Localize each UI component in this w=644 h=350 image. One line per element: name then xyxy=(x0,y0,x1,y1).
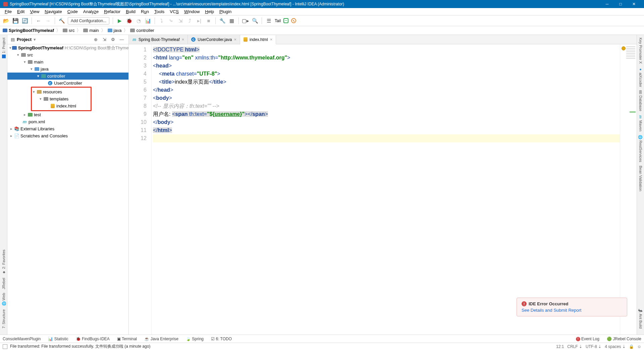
rs-rest[interactable]: 🌐 RestServices xyxy=(638,135,643,162)
sidebar-jrebel[interactable]: JRebel xyxy=(2,278,6,289)
editor[interactable]: 123456789101112 <!DOCTYPE html> <html la… xyxy=(129,44,637,335)
menu-run[interactable]: Run xyxy=(138,9,152,14)
rs-ant[interactable]: 🐜 Ant Build xyxy=(638,308,643,329)
stop-icon[interactable]: ■ xyxy=(205,17,212,24)
bc-main[interactable]: main xyxy=(83,28,99,33)
status-crlf[interactable]: CRLF ⇣ xyxy=(567,344,582,349)
wrench-icon[interactable]: 🔧 xyxy=(219,17,226,24)
rs-aixcoder[interactable]: ●aiXcoder xyxy=(639,67,643,87)
tree-resources[interactable]: ▾resources xyxy=(32,88,91,95)
bt-findbugs[interactable]: 🐞 FindBugs-IDEA xyxy=(76,337,110,341)
close-icon[interactable]: × xyxy=(182,37,184,42)
stepout-icon[interactable]: ⤴ xyxy=(186,17,193,24)
profile-icon[interactable]: 📊 xyxy=(145,17,151,24)
collapse-icon[interactable]: ⇲ xyxy=(101,36,108,43)
gear-icon[interactable]: ⚙ xyxy=(110,36,116,43)
search-icon[interactable]: 🔍 xyxy=(252,17,258,24)
status-pos[interactable]: 12:1 xyxy=(556,344,564,349)
status-enc[interactable]: UTF-8 ⇣ xyxy=(586,344,601,349)
menu-build[interactable]: Build xyxy=(123,9,138,14)
hide-icon[interactable]: — xyxy=(118,36,125,43)
close-icon[interactable]: × xyxy=(234,37,236,42)
bt-console[interactable]: ConsoleMavenPlugin xyxy=(3,337,41,341)
tab-indexhtml[interactable]: index.html× xyxy=(240,35,276,44)
bt-javaee[interactable]: ☕ Java Enterprise xyxy=(144,337,178,341)
rs-database[interactable]: 🗄 Database xyxy=(639,90,643,111)
forward-icon[interactable]: → xyxy=(45,17,51,24)
menu-tools[interactable]: Tools xyxy=(152,9,167,14)
lock-icon[interactable]: 🔒 xyxy=(629,344,634,349)
minimap[interactable] xyxy=(620,44,637,335)
status-box-icon[interactable] xyxy=(3,344,7,349)
menu-edit[interactable]: Edit xyxy=(14,9,27,14)
presentation-icon[interactable]: ▢▸ xyxy=(242,17,249,24)
menu-plugin[interactable]: Plugin xyxy=(217,9,234,14)
tree-extlib[interactable]: ▸📚External Libraries xyxy=(7,125,128,132)
save-icon[interactable]: 💾 xyxy=(12,17,19,24)
tab-springboot[interactable]: mSpring Boot-Thymeleaf× xyxy=(129,35,188,44)
code-area[interactable]: <!DOCTYPE html> <html lang="en" xmlns:th… xyxy=(152,44,620,335)
menu-navigate[interactable]: Navigate xyxy=(42,9,64,14)
tree-controller[interactable]: ▾controller xyxy=(7,73,128,80)
tree-java[interactable]: ▾java xyxy=(7,65,128,73)
rs-bean[interactable]: Bean Validation xyxy=(639,166,643,191)
menu-analyze[interactable]: Analyze xyxy=(80,9,101,14)
menu-view[interactable]: View xyxy=(27,9,42,14)
close-button[interactable]: ✕ xyxy=(627,0,641,8)
run-icon[interactable]: ▶ xyxy=(116,17,123,24)
menu-vcs[interactable]: VCS xyxy=(167,9,181,14)
tree-src[interactable]: ▾src xyxy=(7,51,128,58)
rs-keypromoter[interactable]: Key Promoter X xyxy=(639,38,643,64)
menu-window[interactable]: Window xyxy=(181,9,202,14)
coverage-icon[interactable]: ◔ xyxy=(135,17,142,24)
open-icon[interactable]: 📂 xyxy=(3,17,9,24)
menu-code[interactable]: Code xyxy=(65,9,80,14)
bt-todo[interactable]: ☑ 6: TODO xyxy=(211,337,232,341)
bc-controller[interactable]: controller xyxy=(130,28,154,33)
bt-statistic[interactable]: 📊 Statistic xyxy=(48,337,68,341)
locate-icon[interactable]: ⊕ xyxy=(92,36,99,43)
sync-icon[interactable]: 🔄 xyxy=(21,17,28,24)
build-icon[interactable]: 🔨 xyxy=(58,17,65,24)
structure-icon[interactable]: ▦ xyxy=(228,17,235,24)
bt-eventlog[interactable]: ! Event Log xyxy=(576,337,599,341)
tree-indexhtml[interactable]: index.html xyxy=(32,102,91,110)
minimize-button[interactable]: ─ xyxy=(600,0,614,8)
back-icon[interactable]: ← xyxy=(35,17,42,24)
tree-scratches[interactable]: ▸📄Scratches and Consoles xyxy=(7,132,128,139)
tab-usercontroller[interactable]: CUserController.java× xyxy=(188,35,240,44)
menu-refactor[interactable]: Refactor xyxy=(101,9,123,14)
tree-main[interactable]: ▾main xyxy=(7,58,128,65)
stepover-icon[interactable]: ⤵ xyxy=(158,17,165,24)
bt-spring[interactable]: 🍃 Spring xyxy=(186,337,204,341)
sidebar-project[interactable]: 1: Project xyxy=(1,38,6,58)
run-config-combo[interactable]: Add Configuration... xyxy=(68,17,109,25)
bt-jrebel[interactable]: 🟢 JRebel Console xyxy=(607,337,641,341)
bc-root[interactable]: SpringBootThymeleaf xyxy=(3,28,54,33)
stepinto-icon[interactable]: ⤷ xyxy=(168,17,174,24)
close-icon[interactable]: × xyxy=(270,37,273,42)
error-link[interactable]: See Details and Submit Report xyxy=(522,308,622,313)
bt-terminal[interactable]: ▣ Terminal xyxy=(117,337,137,341)
status-indent[interactable]: 4 spaces ⇣ xyxy=(605,344,625,349)
sidebar-structure[interactable]: 7: Structure xyxy=(2,309,6,329)
sidebar-web[interactable]: 🌐 Web xyxy=(1,293,6,306)
tail-ok-icon[interactable]: ~ xyxy=(283,18,288,23)
filter-icon[interactable]: ☰ xyxy=(265,17,272,24)
tree-pom[interactable]: mpom.xml xyxy=(7,118,128,125)
tree-test[interactable]: ▸test xyxy=(7,111,128,118)
tree-usercontroller[interactable]: CUserController xyxy=(7,80,128,87)
runto-icon[interactable]: ▸| xyxy=(196,17,203,24)
rs-maven[interactable]: mMaven xyxy=(638,115,643,131)
debug-icon[interactable]: 🐞 xyxy=(126,17,132,24)
sidebar-favorites[interactable]: ★ 2: Favorites xyxy=(1,250,6,274)
noentry-icon[interactable] xyxy=(291,18,296,23)
menu-help[interactable]: Help xyxy=(202,9,217,14)
tree-root[interactable]: ▾SpringBootThymeleaf H:\CSDN\Spring Boot… xyxy=(7,44,128,51)
bc-src[interactable]: src xyxy=(63,28,74,33)
tree-templates[interactable]: ▾templates xyxy=(32,95,91,102)
forcestep-icon[interactable]: ⇲ xyxy=(177,17,184,24)
bc-java[interactable]: java xyxy=(108,28,122,33)
menu-file[interactable]: File xyxy=(2,9,14,14)
maximize-button[interactable]: □ xyxy=(614,0,627,8)
